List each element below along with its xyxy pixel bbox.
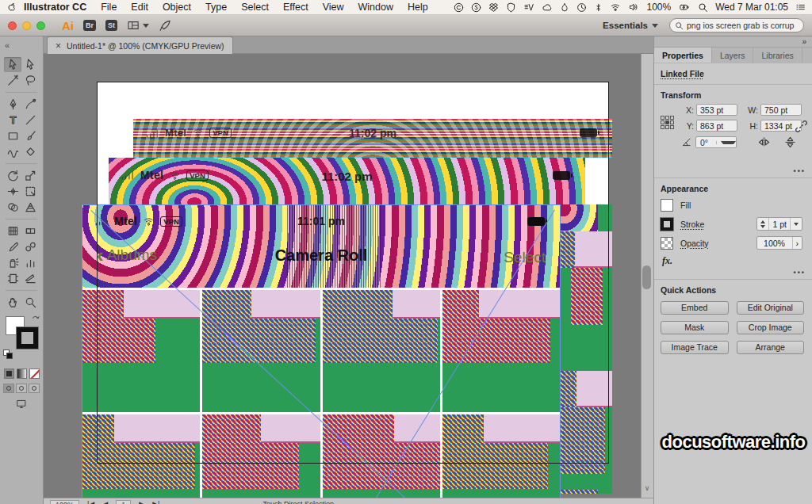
draw-inside-button[interactable] [29,384,40,393]
eraser-tool[interactable] [21,144,39,159]
rectangle-tool[interactable] [4,128,21,143]
stock-button[interactable]: St [105,20,117,31]
droplet-icon[interactable] [560,2,569,13]
more-options-button[interactable]: ••• [794,269,806,277]
image-trace-button[interactable]: Image Trace [661,341,729,354]
rotate-angle-select[interactable]: 0° [695,136,737,148]
lasso-tool[interactable] [21,73,39,88]
canvas[interactable]: Mtel VPN 11:02 pm Mtel VPN 11:02 pm [44,54,641,498]
volume-icon[interactable] [628,2,639,12]
dropbox-icon[interactable] [488,2,499,13]
blend-tool[interactable] [21,239,39,254]
shaper-tool[interactable] [4,144,21,159]
shape-builder-tool[interactable] [4,200,21,215]
type-tool[interactable]: T [4,113,21,128]
flip-vertical-icon[interactable] [783,136,797,148]
scrollbar-thumb[interactable] [642,265,651,289]
color-button[interactable] [4,368,14,379]
menu-item-file[interactable]: File [94,2,124,13]
menu-item-type[interactable]: Type [198,2,234,13]
scale-tool[interactable] [21,168,39,183]
crop-image-button[interactable]: Crop Image [737,321,805,334]
stroke-color-swatch[interactable] [661,218,673,231]
curvature-tool[interactable] [21,97,39,112]
menubar-clock[interactable]: Wed 7 Mar 01:05 [715,2,788,13]
menu-item-select[interactable]: Select [234,2,276,13]
next-artboard-icon[interactable]: ▶ [139,500,144,504]
stroke-weight-value[interactable]: 1 pt [768,218,790,230]
selected-glitch-image[interactable]: Mtel VPN 11:01 pm ‹ Albums Camera Roll S… [82,204,561,498]
tab-libraries[interactable]: Libraries [753,48,802,63]
constrain-proportions-icon[interactable] [795,120,808,133]
wifi-icon[interactable] [610,2,621,12]
bluetooth-icon[interactable] [594,2,603,13]
draw-behind-button[interactable] [16,384,27,393]
dock-collapse[interactable]: » [654,36,812,48]
toolbar-brush-icon[interactable] [159,20,171,32]
tab-layers[interactable]: Layers [712,48,754,63]
column-graph-tool[interactable] [21,255,39,270]
arrange-documents-button[interactable] [127,20,149,31]
spotlight-icon[interactable] [698,2,708,13]
glitch-status-bar-2[interactable]: Mtel VPN 11:02 pm [109,158,585,204]
perspective-grid-tool[interactable] [21,200,39,215]
reference-point-selector[interactable] [661,116,674,129]
menu-app-name[interactable]: Illustrator CC [17,2,94,13]
tab-properties[interactable]: Properties [654,48,712,63]
workspace-switcher[interactable]: Essentials [603,21,658,30]
prev-artboard-icon[interactable]: ◀ [102,500,108,504]
line-segment-tool[interactable] [21,113,39,128]
creative-cloud-icon[interactable] [454,2,464,13]
opacity-control[interactable]: 100% › [756,236,803,250]
gradient-button[interactable] [17,368,27,379]
width-tool[interactable] [4,184,21,199]
zoom-level-select[interactable]: 100% [50,500,79,504]
paintbrush-tool[interactable] [21,128,39,143]
skype-icon[interactable] [471,2,481,13]
opacity-link[interactable]: Opacity [680,239,709,248]
tools-panel-collapse[interactable]: « [0,36,44,54]
stroke-weight-stepper[interactable] [757,218,768,230]
menu-item-effect[interactable]: Effect [276,2,316,13]
apple-icon[interactable] [6,2,17,13]
embed-button[interactable]: Embed [661,301,729,315]
screen-mode-button[interactable] [0,399,43,409]
battery-icon[interactable] [678,2,691,12]
menu-item-view[interactable]: View [316,2,351,13]
w-input[interactable]: 750 pt [760,104,802,116]
cloud-sync-icon[interactable] [542,2,553,13]
v-app-icon[interactable] [523,2,534,13]
mask-button[interactable]: Mask [661,321,729,334]
free-transform-tool[interactable] [21,184,39,199]
hand-tool[interactable] [4,295,21,310]
search-input[interactable]: png ios screen grab is corrup [669,18,804,32]
artboard-tool[interactable] [4,271,21,286]
opacity-value[interactable]: 100% [757,237,792,249]
artboard-number-input[interactable]: 1 [116,500,131,504]
close-window-button[interactable] [8,21,17,30]
flip-horizontal-icon[interactable] [757,136,771,148]
more-options-button[interactable]: ••• [794,167,806,175]
fx-button[interactable]: fx. [662,255,806,267]
y-input[interactable]: 863 pt [696,120,737,132]
slice-tool[interactable] [21,271,39,286]
pen-tool[interactable] [4,97,21,112]
swap-fill-stroke-icon[interactable] [30,315,41,324]
glitch-status-bar-1[interactable]: Mtel VPN 11:02 pm [133,119,612,158]
first-artboard-icon[interactable]: |◀ [87,500,94,504]
close-tab-icon[interactable]: × [56,40,61,52]
selection-tool[interactable] [4,57,21,72]
opacity-expand-arrow[interactable]: › [792,237,802,249]
direct-selection-tool[interactable] [21,57,39,72]
linked-file-link[interactable]: Linked File [661,69,704,78]
arrange-button[interactable]: Arrange [737,341,805,354]
draw-normal-button[interactable] [3,384,14,393]
menu-item-edit[interactable]: Edit [124,2,155,13]
zoom-window-button[interactable] [36,21,45,30]
fill-color-swatch[interactable] [661,199,673,212]
zoom-tool[interactable] [21,295,39,310]
x-input[interactable]: 353 pt [696,104,737,116]
notification-center-icon[interactable] [795,2,806,12]
none-button[interactable] [29,368,40,379]
symbol-sprayer-tool[interactable] [4,255,21,270]
